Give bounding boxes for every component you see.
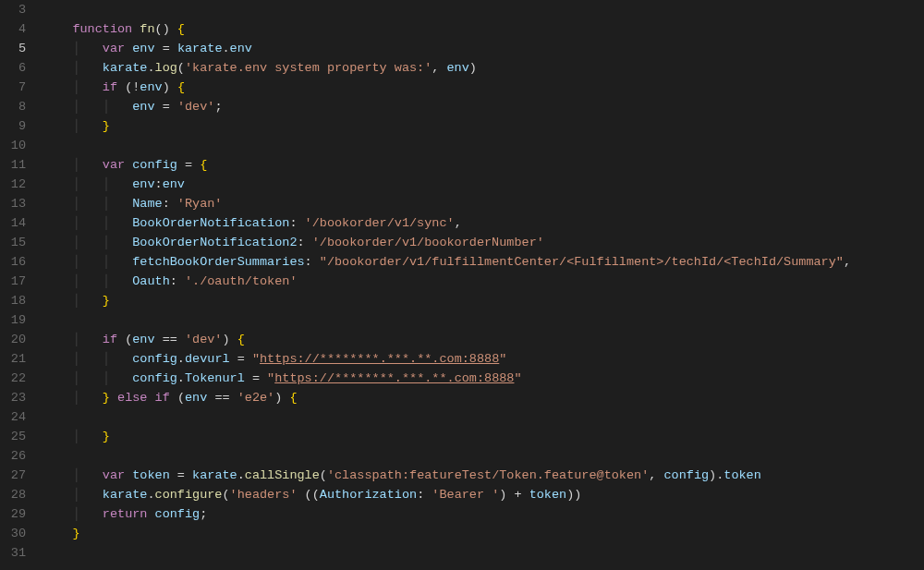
code-line[interactable]: │ │ env = 'dev'; [43, 97, 924, 116]
indent-guide: │ [72, 236, 79, 249]
token-punct: . [147, 61, 154, 75]
token-punct: : [163, 197, 177, 211]
code-line[interactable]: │ var token = karate.callSingle('classpa… [43, 466, 924, 485]
token-punct: . [177, 352, 185, 366]
line-number: 15 [0, 233, 26, 252]
indent-guide: │ [72, 119, 79, 133]
token-str: 'karate.env system property was:' [185, 61, 432, 75]
indent-guide: │ [72, 177, 79, 191]
code-line[interactable]: │ │ fetchBookOrderSummaries: "/bookorder… [43, 252, 924, 272]
token-str: 'dev' [177, 100, 215, 114]
token-punct: : [170, 274, 185, 288]
indent-guide: │ [103, 236, 110, 249]
code-line[interactable] [43, 407, 924, 427]
token-punct: : [289, 216, 304, 230]
line-number: 18 [0, 291, 26, 310]
code-line[interactable] [43, 136, 924, 155]
code-line[interactable]: │ │ env:env [43, 175, 924, 194]
token-str: " [252, 352, 260, 366]
code-line[interactable]: │ │ Oauth: './oauth/token' [43, 272, 924, 291]
token-ident: config [663, 468, 709, 482]
token-punct: . [177, 371, 185, 385]
line-number: 6 [0, 58, 26, 78]
code-line[interactable]: │ karate.log('karate.env system property… [43, 58, 924, 78]
line-number: 17 [0, 272, 26, 291]
code-line[interactable]: │ } [43, 116, 924, 136]
token-brace: } [103, 430, 110, 443]
line-number: 30 [0, 524, 26, 543]
code-line[interactable]: │ │ config.devurl = "https://********.**… [43, 349, 924, 369]
code-line[interactable]: │ var config = { [43, 155, 924, 175]
line-number: 7 [0, 78, 26, 97]
token-ident: dev [185, 352, 207, 366]
token-plain [170, 391, 177, 405]
line-number: 27 [0, 466, 26, 485]
code-line[interactable] [43, 0, 924, 19]
token-punct: : [155, 177, 163, 191]
token-kw: if [155, 391, 170, 405]
token-brace: { [177, 80, 185, 94]
line-number: 13 [0, 194, 26, 213]
code-line[interactable]: │ if (!env) { [43, 78, 924, 97]
token-ident: config [132, 371, 177, 385]
token-brace: } [103, 119, 110, 133]
token-ident: config [132, 352, 177, 366]
token-plain [117, 80, 125, 94]
indent-guide: │ [103, 274, 110, 288]
code-area[interactable]: function fn() { │ var env = karate.env │… [39, 0, 924, 570]
token-punct: : [417, 488, 432, 502]
token-str: 'e2e' [237, 391, 275, 405]
token-brace: { [177, 22, 185, 36]
token-punct: ; [200, 507, 207, 521]
token-plain [170, 22, 177, 36]
token-punct: (( [305, 488, 320, 502]
line-number: 20 [0, 330, 26, 349]
indent-guide: │ [103, 197, 110, 211]
code-line[interactable]: │ │ BookOrderNotification: '/bookorder/v… [43, 213, 924, 233]
token-kw: var [103, 468, 125, 482]
token-ident: env [447, 61, 469, 75]
token-punct: ). [709, 468, 723, 482]
line-number: 26 [0, 446, 26, 466]
token-str: " [514, 371, 521, 385]
line-number: 31 [0, 543, 26, 563]
indent-guide: │ [72, 391, 79, 405]
code-editor[interactable]: 3456789101112131415161718192021222324252… [0, 0, 924, 570]
token-ident: Oauth [132, 274, 170, 288]
token-punct: (! [125, 80, 140, 94]
token-ident: Token [185, 371, 223, 385]
code-line[interactable]: │ if (env == 'dev') { [43, 330, 924, 349]
token-punct: . [237, 468, 245, 482]
code-line[interactable]: │ │ Name: 'Ryan' [43, 194, 924, 213]
code-line[interactable]: function fn() { [43, 19, 924, 39]
code-line[interactable]: │ } [43, 291, 924, 310]
code-line[interactable]: │ return config; [43, 504, 924, 524]
code-line[interactable]: │ │ config.Tokenurl = "https://********.… [43, 369, 924, 388]
token-punct: : [297, 236, 311, 249]
code-line[interactable]: │ var env = karate.env [43, 39, 924, 58]
code-line[interactable]: } [43, 524, 924, 543]
token-kw: function [72, 22, 132, 36]
code-line[interactable]: │ │ BookOrderNotification2: '/bookorder/… [43, 233, 924, 252]
line-number: 22 [0, 369, 26, 388]
code-line[interactable]: │ karate.configure('headers' ((Authoriza… [43, 485, 924, 504]
code-line[interactable]: │ } else if (env == 'e2e') { [43, 388, 924, 407]
token-str: 'Bearer ' [432, 488, 499, 502]
code-line[interactable] [43, 310, 924, 330]
indent-guide: │ [72, 333, 79, 346]
line-number: 23 [0, 388, 26, 407]
code-line[interactable]: │ } [43, 427, 924, 446]
token-brace: } [72, 527, 79, 540]
token-punct: ) [469, 61, 477, 75]
token-ident: karate [103, 488, 148, 502]
line-number: 10 [0, 136, 26, 155]
code-line[interactable] [43, 543, 924, 563]
indent-guide: │ [72, 468, 79, 482]
indent-guide: │ [103, 216, 110, 230]
token-fnname: log [155, 61, 177, 75]
indent-guide: │ [72, 274, 79, 288]
token-ident: Authorization [320, 488, 417, 502]
token-plain [298, 488, 305, 502]
line-number: 8 [0, 97, 26, 116]
code-line[interactable] [43, 446, 924, 466]
